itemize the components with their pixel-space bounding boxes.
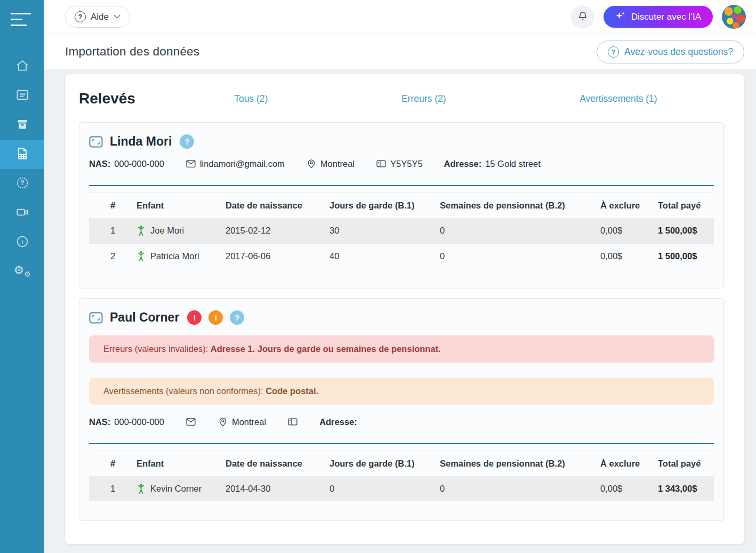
chat-ai-button[interactable]: Discuter avec l’IA (604, 6, 713, 28)
table-row: 1 Joe Mori 2015-02-12 30 0 0,00$ 1 500,0… (89, 218, 714, 244)
error-alert: Erreurs (valeurs invalides): Adresse 1. … (89, 335, 714, 363)
sidebar-nav: ? i ⚙⚙ (0, 52, 44, 286)
warning-badge-icon[interactable]: ! (208, 310, 223, 325)
statement-frame-icon (89, 136, 103, 148)
child-icon (136, 251, 146, 262)
questions-button[interactable]: ? Avez-vous des questions? (597, 41, 744, 63)
tab-avertissements[interactable]: Avertissements (1) (580, 93, 657, 105)
city-field: Montreal (306, 158, 355, 169)
error-badge-icon[interactable]: ! (187, 310, 202, 325)
postal-code-field: Y5Y5Y5 (376, 158, 423, 169)
email-field: lindamori@gmail.com (186, 158, 285, 169)
sidebar-item-list[interactable] (0, 81, 44, 110)
sparkles-icon (615, 11, 625, 23)
help-badge-icon[interactable]: ? (230, 310, 244, 325)
envelope-icon (186, 158, 196, 169)
statement-card-linda: Linda Mori ? NAS:000-000-000 lindamori@g… (79, 122, 724, 288)
statement-name: Linda Mori (110, 134, 172, 149)
statement-card-paul: Paul Corner ! ! ? Erreurs (valeurs inval… (79, 298, 724, 521)
question-circle-icon: ? (75, 11, 86, 22)
postal-card-icon (376, 158, 387, 169)
divider (89, 443, 714, 444)
page-content: Relevés Tous (2) Erreurs (2) Avertisseme… (44, 69, 756, 553)
location-pin-icon (218, 416, 228, 427)
envelope-icon (186, 416, 196, 427)
nas-field: NAS:000-000-000 (89, 417, 164, 427)
nas-field: NAS:000-000-000 (89, 159, 164, 169)
list-icon (15, 88, 29, 104)
page-title: Importation des données (65, 45, 199, 59)
home-icon (15, 59, 29, 75)
postal-card-icon (287, 416, 298, 427)
children-table: # Enfant Date de naissance Jours de gard… (89, 451, 714, 501)
svg-text:i: i (21, 237, 23, 245)
notifications-button[interactable] (571, 5, 594, 29)
tab-erreurs[interactable]: Erreurs (2) (401, 93, 446, 105)
svg-text:?: ? (20, 179, 24, 187)
avatar[interactable] (722, 5, 746, 29)
chevron-down-icon (114, 14, 120, 19)
chat-ai-label: Discuter avec l’IA (631, 12, 701, 22)
video-camera-icon (15, 205, 29, 221)
divider (89, 185, 714, 186)
child-icon (136, 225, 146, 236)
location-pin-icon (306, 158, 317, 169)
postal-code-field (287, 416, 298, 427)
panel-title: Relevés (79, 90, 135, 107)
filter-tabs: Tous (2) Erreurs (2) Avertissements (1) (167, 93, 724, 105)
statement-frame-icon (89, 312, 103, 324)
menu-toggle-icon[interactable] (0, 0, 31, 30)
table-header-row: # Enfant Date de naissance Jours de gard… (89, 451, 714, 477)
warning-alert: Avertissements (valeurs non conformes): … (89, 378, 714, 405)
sidebar-item-settings[interactable]: ⚙⚙ (0, 257, 44, 286)
sidebar-item-info[interactable]: i (0, 228, 44, 257)
help-seal-icon: ? (15, 176, 29, 192)
data-import-icon (15, 147, 29, 163)
sidebar: ? i ⚙⚙ (0, 0, 44, 553)
help-menu-label: Aide (91, 12, 109, 22)
help-menu-button[interactable]: ? Aide (65, 6, 130, 28)
bell-icon (577, 10, 589, 23)
sidebar-item-home[interactable] (0, 52, 44, 81)
city-field: Montreal (218, 416, 266, 427)
archive-icon (15, 117, 29, 133)
help-badge-icon[interactable]: ? (180, 134, 194, 149)
table-row: 1 Kevin Corner 2014-04-30 0 0 0,00$ 1 34… (89, 476, 714, 501)
info-icon: i (15, 235, 29, 251)
address-field: Adresse: (319, 417, 357, 427)
table-row: 2 Patricia Mori 2017-06-06 40 0 0,00$ 1 … (89, 244, 714, 269)
questions-button-label: Avez-vous des questions? (624, 46, 733, 58)
address-field: Adresse:15 Gold street (444, 159, 541, 169)
settings-gears-icon: ⚙⚙ (15, 265, 30, 279)
tab-tous[interactable]: Tous (2) (234, 93, 268, 105)
sidebar-item-video[interactable] (0, 198, 44, 228)
child-icon (136, 483, 146, 494)
sidebar-item-help[interactable]: ? (0, 169, 44, 198)
question-circle-icon: ? (608, 46, 619, 58)
topbar: ? Aide Discuter avec l’IA (44, 0, 756, 34)
statement-name: Paul Corner (110, 310, 179, 325)
sidebar-item-data-import[interactable] (0, 140, 44, 169)
children-table: # Enfant Date de naissance Jours de gard… (89, 193, 714, 269)
releves-panel: Relevés Tous (2) Erreurs (2) Avertisseme… (65, 74, 744, 544)
titlebar: Importation des données ? Avez-vous des … (44, 34, 756, 69)
email-field (186, 416, 196, 427)
sidebar-item-archive[interactable] (0, 110, 44, 140)
table-header-row: # Enfant Date de naissance Jours de gard… (89, 193, 714, 219)
